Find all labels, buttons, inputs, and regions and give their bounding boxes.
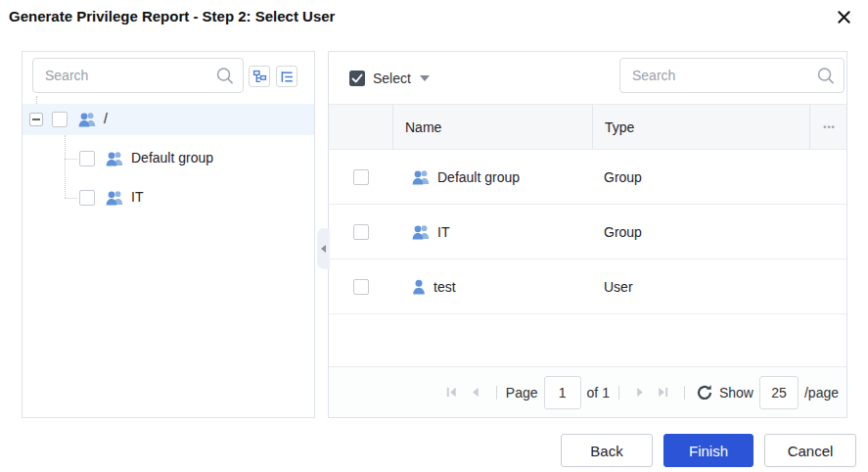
pagination-divider: [618, 386, 619, 400]
next-page-button[interactable]: [633, 386, 647, 400]
dialog-title: Generate Privilege Report - Step 2: Sele…: [9, 8, 335, 24]
search-icon: [215, 67, 234, 85]
group-icon: [105, 151, 124, 166]
first-page-button[interactable]: [445, 386, 459, 400]
select-dropdown[interactable]: Select: [348, 52, 430, 104]
collapse-tree-button[interactable]: [276, 66, 297, 87]
row-checkbox[interactable]: [353, 224, 369, 240]
last-page-button[interactable]: [657, 386, 670, 400]
chevron-down-icon: [420, 75, 430, 81]
table-search-input[interactable]: [620, 59, 844, 92]
tree-node-checkbox[interactable]: [52, 112, 68, 127]
tree-node-checkbox[interactable]: [79, 190, 95, 206]
show-label: Show: [719, 385, 754, 401]
group-icon: [77, 112, 97, 127]
user-table-panel: Select Name Type ••• Default group: [328, 51, 847, 418]
collapse-panel-icon: [321, 245, 326, 253]
cell-type: Group: [592, 205, 809, 259]
last-page-icon: [657, 386, 669, 399]
first-page-icon: [445, 386, 458, 399]
table-toolbar: Select: [329, 52, 846, 104]
prev-page-icon: [469, 386, 481, 399]
tree-connector: [36, 96, 37, 104]
pagination-bar: Page of 1 Show /page: [329, 366, 846, 417]
tree-node-default-group[interactable]: Default group: [23, 143, 314, 174]
user-icon: [411, 279, 427, 295]
pagination-divider: [684, 386, 685, 400]
close-icon: [837, 10, 851, 24]
column-header-name[interactable]: Name: [392, 105, 592, 149]
select-dropdown-label: Select: [373, 71, 411, 86]
page-size-input[interactable]: [759, 376, 799, 409]
expand-tree-icon: [252, 70, 267, 84]
row-checkbox[interactable]: [353, 169, 369, 185]
tree-node-checkbox[interactable]: [79, 151, 95, 166]
page-total-label: of 1: [587, 385, 610, 401]
more-icon: •••: [823, 122, 835, 132]
cell-name: test: [434, 279, 456, 295]
search-icon: [816, 67, 835, 85]
column-header-type[interactable]: Type: [592, 105, 809, 149]
next-page-icon: [633, 386, 646, 399]
tree-node-label: /: [104, 111, 108, 126]
column-settings-button[interactable]: •••: [809, 105, 848, 149]
per-page-label: /page: [804, 385, 839, 401]
panel-splitter[interactable]: [317, 228, 330, 269]
finish-button[interactable]: Finish: [663, 434, 754, 467]
table-row[interactable]: IT Group: [329, 205, 846, 260]
dialog-footer: Back Finish Cancel: [561, 434, 856, 467]
table-row[interactable]: test User: [329, 260, 846, 314]
table-row[interactable]: Default group Group: [329, 150, 846, 205]
tree-search-input[interactable]: [33, 59, 243, 92]
close-button[interactable]: [833, 6, 854, 27]
cell-name: Default group: [437, 169, 520, 185]
expand-tree-button[interactable]: [249, 66, 270, 87]
select-checkbox-icon: [348, 70, 366, 87]
cell-name: IT: [437, 224, 449, 240]
cell-type: User: [592, 260, 809, 313]
page-number-input[interactable]: [544, 376, 581, 409]
tree-node-label: IT: [131, 189, 143, 205]
table-header-row: Name Type •••: [329, 104, 846, 150]
page-label: Page: [506, 385, 538, 401]
org-tree-panel: / Default group IT: [22, 51, 315, 418]
group-icon: [411, 224, 431, 240]
row-checkbox[interactable]: [353, 279, 369, 295]
cancel-button[interactable]: Cancel: [764, 434, 856, 467]
generate-privilege-report-dialog: Generate Privilege Report - Step 2: Sele…: [0, 0, 868, 472]
refresh-button[interactable]: [696, 384, 713, 401]
collapse-tree-icon: [280, 70, 295, 84]
pagination-divider: [496, 386, 497, 400]
group-icon: [411, 169, 431, 185]
table-empty-area: [329, 314, 846, 366]
prev-page-button[interactable]: [469, 386, 482, 400]
group-icon: [105, 190, 124, 206]
tree-node-root[interactable]: /: [23, 104, 314, 135]
tree-node-it[interactable]: IT: [23, 182, 314, 213]
back-button[interactable]: Back: [561, 434, 653, 467]
collapse-toggle-icon[interactable]: [29, 113, 43, 126]
header-checkbox-cell: [329, 105, 392, 149]
tree-search-box: [32, 58, 244, 93]
cell-type: Group: [592, 150, 809, 204]
table-search-box: [619, 58, 845, 93]
tree-node-label: Default group: [131, 150, 213, 165]
